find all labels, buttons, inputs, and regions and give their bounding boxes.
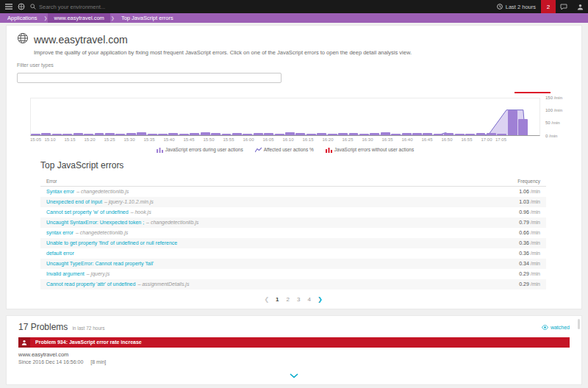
errors-bar[interactable] — [201, 132, 210, 135]
error-link[interactable]: Invalid argument — [46, 271, 85, 276]
errors-bar[interactable] — [455, 134, 465, 134]
error-link[interactable]: Unable to get property 'find' of undefin… — [46, 240, 177, 245]
errors-bar[interactable] — [518, 119, 528, 135]
errors-bar[interactable] — [84, 134, 93, 135]
errors-bar[interactable] — [190, 133, 199, 135]
error-table-row[interactable]: Cannot read property 'attr' of undefined… — [40, 279, 546, 290]
errors-bar[interactable] — [465, 134, 475, 135]
legend-errors-during-actions[interactable]: JavaScript errors during user actions — [157, 147, 243, 153]
error-table-row[interactable]: Invalid argument – jquery.js 0.29 /min — [40, 269, 546, 279]
next-page-button[interactable]: ❯ — [318, 296, 323, 303]
errors-bar[interactable] — [285, 132, 295, 134]
error-link[interactable]: Uncaught TypeError: Cannot read property… — [46, 261, 154, 266]
user-profile-icon[interactable] — [572, 0, 588, 13]
breadcrumb-current-page[interactable]: Top JavaScript errors — [115, 13, 179, 23]
time-range-selector[interactable]: Last 2 hours — [497, 4, 536, 10]
hamburger-menu-icon[interactable] — [5, 4, 12, 10]
errors-bar[interactable] — [41, 133, 51, 134]
previous-page-button[interactable]: ❮ — [264, 296, 269, 303]
error-link[interactable]: Unexpected end of input — [46, 199, 102, 204]
errors-bar[interactable] — [476, 133, 486, 135]
error-table-row[interactable]: Cannot set property 'w' of undefined – h… — [40, 207, 546, 218]
problem-banner[interactable]: Problem 934: JavaScript error rate incre… — [18, 337, 570, 348]
errors-bar[interactable] — [497, 134, 506, 135]
app-logo-icon[interactable] — [18, 3, 25, 10]
page-button-4[interactable]: 4 — [306, 296, 311, 303]
errors-bar[interactable] — [423, 133, 432, 135]
errors-bar[interactable] — [148, 134, 157, 135]
errors-bar[interactable] — [115, 134, 125, 135]
page-button-3[interactable]: 3 — [296, 296, 301, 303]
top-bar: Last 2 hours 2 — [0, 0, 588, 13]
error-table-row[interactable]: Uncaught SyntaxError: Unexpected token ;… — [40, 218, 546, 228]
errors-bar[interactable] — [412, 133, 422, 134]
error-table-row[interactable]: Unexpected end of input – jquery-1.10.2.… — [40, 197, 546, 207]
errors-bar[interactable] — [211, 133, 220, 134]
page-button-2[interactable]: 2 — [286, 296, 290, 303]
errors-bar[interactable] — [126, 133, 136, 135]
errors-bar[interactable] — [52, 134, 62, 134]
errors-bar[interactable] — [391, 134, 401, 135]
errors-bar[interactable] — [275, 134, 284, 135]
search-input[interactable] — [39, 4, 149, 10]
x-tick-label: 16:35 — [381, 137, 392, 142]
errors-bar[interactable] — [31, 134, 40, 135]
error-link[interactable]: Cannot read property 'attr' of undefined — [46, 281, 135, 287]
error-link[interactable]: syntax error — [46, 230, 74, 235]
error-table-row[interactable]: default error 0.36 /min — [40, 248, 546, 259]
errors-bar[interactable] — [232, 133, 242, 135]
x-tick-label: 15:05 — [30, 137, 41, 142]
watched-toggle[interactable]: watched — [542, 325, 570, 330]
errors-bar[interactable] — [254, 133, 263, 134]
legend-errors-without-actions[interactable]: JavaScript errors without user actions — [326, 147, 414, 153]
global-search[interactable] — [30, 4, 149, 10]
error-table-row[interactable]: syntax error – changedetectionlib.js 0.6… — [40, 228, 546, 238]
errors-bar[interactable] — [381, 132, 390, 135]
errors-bar[interactable] — [349, 133, 359, 134]
errors-bar[interactable] — [370, 133, 379, 135]
errors-bar[interactable] — [328, 134, 337, 135]
error-source-file: – jquery.js — [87, 271, 110, 276]
feedback-chat-icon[interactable] — [556, 0, 572, 13]
errors-bar[interactable] — [243, 134, 252, 135]
error-table-row[interactable]: Syntax error – changedetectionlib.js 1.0… — [40, 187, 546, 197]
filter-user-types-input[interactable] — [17, 73, 282, 83]
error-table-row[interactable]: Uncaught TypeError: Cannot read property… — [40, 259, 546, 269]
errors-bar[interactable] — [444, 133, 453, 135]
problem-application-link[interactable]: www.easytravel.com — [18, 351, 570, 358]
error-link[interactable]: Syntax error — [46, 189, 74, 194]
errors-bar[interactable] — [338, 133, 348, 135]
errors-bar[interactable] — [179, 134, 189, 135]
legend-affected-actions[interactable]: Affected user actions % — [255, 147, 314, 153]
errors-bar[interactable] — [158, 134, 168, 135]
error-link[interactable]: default error — [46, 251, 74, 256]
errors-bar[interactable] — [222, 134, 232, 135]
problem-count-badge[interactable]: 2 — [541, 0, 556, 13]
x-tick-label: 15:25 — [104, 137, 115, 142]
scrollbar-thumb[interactable] — [578, 319, 580, 329]
breadcrumb-applications[interactable]: Applications — [1, 13, 43, 23]
error-link[interactable]: Uncaught SyntaxError: Unexpected token ; — [46, 220, 144, 225]
errors-bar[interactable] — [137, 132, 146, 134]
page-button-1[interactable]: 1 — [275, 296, 279, 303]
chart-plot[interactable] — [30, 98, 540, 136]
errors-bar[interactable] — [168, 133, 178, 134]
errors-bar[interactable] — [264, 133, 273, 135]
errors-bar[interactable] — [105, 133, 115, 134]
errors-bar[interactable] — [306, 134, 316, 135]
errors-bar[interactable] — [317, 133, 326, 135]
errors-bar[interactable] — [359, 134, 369, 135]
errors-bar[interactable] — [434, 134, 443, 135]
errors-bar[interactable] — [95, 133, 104, 135]
errors-bar[interactable] — [402, 133, 412, 135]
errors-bar[interactable] — [487, 133, 496, 134]
error-link[interactable]: Cannot set property 'w' of undefined — [46, 209, 129, 215]
error-frequency: 1.03 /min — [519, 199, 540, 204]
errors-bar[interactable] — [295, 133, 305, 134]
expand-problems-button[interactable] — [7, 366, 581, 383]
error-table-row[interactable]: Unable to get property 'find' of undefin… — [40, 238, 546, 248]
errors-bar[interactable] — [74, 133, 83, 135]
breadcrumb-application-name[interactable]: www.easytravel.com — [48, 13, 110, 23]
errors-bar[interactable] — [508, 110, 517, 134]
errors-bar[interactable] — [62, 134, 72, 135]
